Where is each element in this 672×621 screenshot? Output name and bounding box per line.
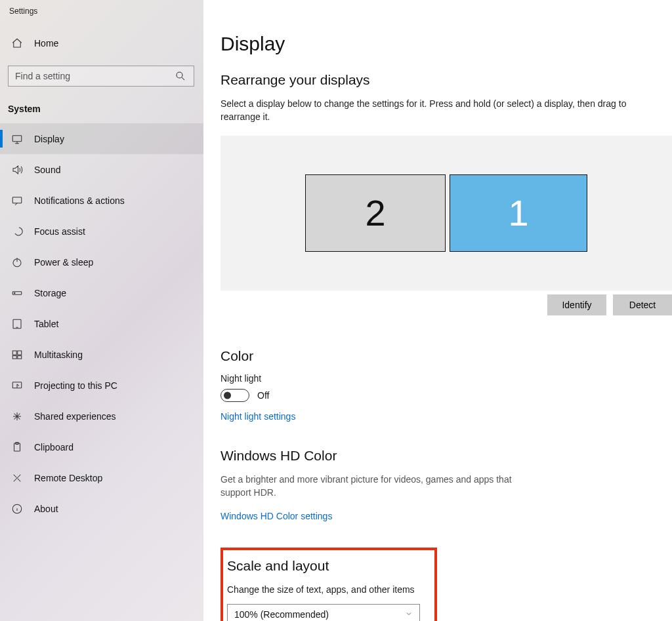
identify-button[interactable]: Identify [547, 294, 606, 315]
sidebar-item-label: Tablet [34, 319, 58, 329]
scale-layout-highlight: Scale and layout Change the size of text… [220, 548, 437, 621]
sidebar-item-remote[interactable]: Remote Desktop [0, 462, 203, 493]
search-box[interactable] [8, 66, 194, 87]
heading-scale-layout: Scale and layout [227, 558, 425, 574]
search-container [0, 58, 203, 94]
sidebar-item-label: Focus assist [34, 226, 85, 237]
focus-icon [10, 225, 24, 238]
multitasking-icon [10, 348, 24, 361]
sidebar-item-power[interactable]: Power & sleep [0, 247, 203, 277]
svg-rect-2 [12, 197, 22, 203]
detect-button[interactable]: Detect [613, 294, 672, 315]
sidebar-item-label: Projecting to this PC [34, 380, 117, 391]
hd-color-settings-link[interactable]: Windows HD Color settings [220, 511, 332, 521]
sidebar-item-label: Display [34, 134, 64, 144]
rearrange-description: Select a display below to change the set… [220, 97, 667, 124]
scale-dropdown[interactable]: 100% (Recommended) [227, 604, 420, 621]
shared-icon [10, 410, 24, 423]
app-title: Settings [0, 4, 203, 29]
sidebar-item-label: Storage [34, 288, 66, 298]
sidebar-item-label: Multitasking [34, 350, 83, 360]
scale-dropdown-value: 100% (Recommended) [234, 609, 329, 620]
sidebar-item-home[interactable]: Home [0, 29, 203, 58]
sidebar-item-label: Clipboard [34, 442, 74, 452]
display-tile-1[interactable]: 1 [450, 174, 587, 252]
svg-rect-1 [12, 135, 22, 141]
display-icon [10, 132, 24, 146]
svg-point-0 [177, 72, 182, 78]
night-light-toggle[interactable] [220, 389, 249, 402]
sidebar-item-label: Notifications & actions [34, 195, 125, 206]
sidebar-item-label: Shared experiences [34, 411, 116, 422]
night-light-settings-link[interactable]: Night light settings [220, 411, 295, 422]
hd-color-description: Get a brighter and more vibrant picture … [220, 473, 522, 500]
search-icon [174, 70, 187, 83]
night-light-toggle-row: Off [220, 389, 672, 402]
section-header-system: System [0, 94, 203, 123]
projecting-icon [10, 379, 24, 392]
display-buttons-row: Identify Detect [220, 290, 672, 315]
sidebar-item-shared[interactable]: Shared experiences [0, 401, 203, 431]
svg-rect-7 [12, 351, 16, 355]
sidebar-item-multitasking[interactable]: Multitasking [0, 339, 203, 370]
heading-color: Color [220, 348, 672, 364]
page-title: Display [220, 33, 672, 55]
heading-hd-color: Windows HD Color [220, 448, 672, 464]
sidebar-item-label: Power & sleep [34, 257, 93, 268]
sidebar-item-label: Sound [34, 165, 60, 175]
home-label: Home [34, 38, 58, 49]
section-hd-color: Windows HD Color Get a brighter and more… [220, 448, 672, 522]
sidebar-item-sound[interactable]: Sound [0, 154, 203, 185]
svg-rect-10 [18, 355, 22, 359]
home-icon [10, 37, 24, 50]
about-icon [10, 502, 24, 515]
night-light-state: Off [257, 390, 269, 401]
sidebar-item-clipboard[interactable]: Clipboard [0, 431, 203, 462]
storage-icon [10, 287, 24, 300]
sidebar-item-label: Remote Desktop [34, 473, 102, 483]
notifications-icon [10, 194, 24, 207]
remote-icon [10, 471, 24, 485]
power-icon [10, 256, 24, 269]
nav-list: Display Sound Notifications & actions Fo… [0, 123, 203, 524]
tablet-icon [10, 317, 24, 331]
sound-icon [10, 163, 24, 176]
heading-rearrange: Rearrange your displays [220, 72, 672, 88]
sidebar-item-notifications[interactable]: Notifications & actions [0, 185, 203, 216]
chevron-down-icon [405, 609, 413, 620]
sidebar-item-storage[interactable]: Storage [0, 277, 203, 308]
search-input[interactable] [15, 71, 174, 81]
scale-label: Change the size of text, apps, and other… [227, 584, 425, 595]
sidebar-item-label: About [34, 504, 58, 514]
sidebar-item-tablet[interactable]: Tablet [0, 308, 203, 339]
sidebar-item-about[interactable]: About [0, 493, 203, 524]
section-color: Color Night light Off Night light settin… [220, 348, 672, 422]
svg-point-5 [14, 292, 16, 294]
night-light-label: Night light [220, 373, 672, 384]
svg-rect-9 [12, 355, 16, 359]
display-tile-2[interactable]: 2 [305, 174, 446, 252]
sidebar-item-display[interactable]: Display [0, 123, 203, 154]
clipboard-icon [10, 441, 24, 454]
main-content: Display Rearrange your displays Select a… [203, 0, 672, 621]
sidebar-item-focus-assist[interactable]: Focus assist [0, 216, 203, 247]
sidebar-item-projecting[interactable]: Projecting to this PC [0, 370, 203, 401]
display-arrangement-canvas[interactable]: 2 1 [220, 136, 672, 290]
svg-rect-8 [18, 351, 22, 355]
sidebar: Settings Home System Display Sound Notif… [0, 0, 203, 621]
